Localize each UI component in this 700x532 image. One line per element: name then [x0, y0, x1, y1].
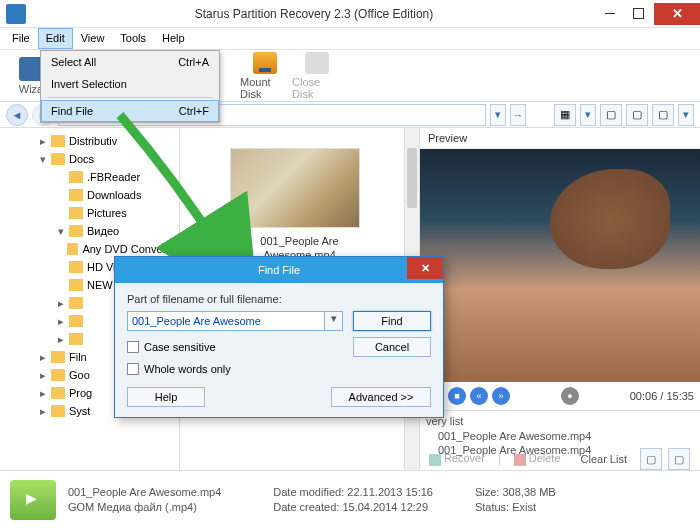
- expand-icon[interactable]: ▸: [40, 135, 51, 148]
- recover-button[interactable]: Recover: [422, 449, 492, 468]
- folder-icon: [51, 369, 65, 381]
- advanced-button[interactable]: Advanced >>: [331, 387, 431, 407]
- tree-node[interactable]: Downloads: [0, 186, 179, 204]
- recovery-list-title: very list: [426, 413, 694, 429]
- folder-icon: [67, 243, 78, 255]
- menu-tools[interactable]: Tools: [112, 28, 154, 49]
- tree-label: Syst: [69, 405, 90, 417]
- view-toggle-1[interactable]: ▢: [600, 104, 622, 126]
- options-dropdown[interactable]: ▾: [678, 104, 694, 126]
- expand-icon[interactable]: ▸: [58, 333, 69, 346]
- menu-edit[interactable]: Edit: [38, 28, 73, 49]
- address-dropdown[interactable]: ▾: [490, 104, 506, 126]
- mount-disk-button[interactable]: Mount Disk: [240, 52, 290, 100]
- cancel-button[interactable]: Cancel: [353, 337, 431, 357]
- tree-node[interactable]: .FBReader: [0, 168, 179, 186]
- expand-icon[interactable]: ▸: [58, 297, 69, 310]
- maximize-button[interactable]: [624, 3, 652, 25]
- folder-icon: [69, 207, 83, 219]
- find-button[interactable]: Find: [353, 311, 431, 331]
- delete-button[interactable]: Delete: [507, 449, 568, 468]
- view-dropdown[interactable]: ▾: [580, 104, 596, 126]
- help-button[interactable]: Help: [127, 387, 205, 407]
- tree-node[interactable]: Pictures: [0, 204, 179, 222]
- view-toggle-3[interactable]: ▢: [652, 104, 674, 126]
- action-extra-2[interactable]: ▢: [668, 448, 690, 470]
- preview-title: Preview: [420, 128, 700, 149]
- filename-dropdown[interactable]: ▾: [325, 311, 343, 331]
- find-file-dialog: Find File ✕ Part of filename or full fil…: [114, 256, 444, 418]
- folder-icon: [51, 387, 65, 399]
- thumbnail-image: [230, 148, 360, 228]
- tree-node[interactable]: ▸Distributiv: [0, 132, 179, 150]
- menu-file[interactable]: File: [4, 28, 38, 49]
- tree-label: Pictures: [87, 207, 127, 219]
- expand-icon[interactable]: ▸: [40, 387, 51, 400]
- stop-button[interactable]: ■: [448, 387, 466, 405]
- view-toggle-2[interactable]: ▢: [626, 104, 648, 126]
- info-filetype: GOM Медиа файл (.mp4): [68, 501, 221, 513]
- window-close-button[interactable]: ✕: [654, 3, 700, 25]
- delete-icon: [514, 454, 526, 466]
- expand-icon[interactable]: ▸: [40, 405, 51, 418]
- file-thumbnail[interactable]: 001_People AreAwesome.mp4: [230, 148, 370, 263]
- recovery-item[interactable]: 001_People Are Awesome.mp4: [426, 429, 694, 443]
- expand-icon[interactable]: ▾: [40, 153, 51, 166]
- filename-input[interactable]: [127, 311, 325, 331]
- nav-back-button[interactable]: ◄: [6, 104, 28, 126]
- whole-words-checkbox[interactable]: Whole words only: [127, 363, 343, 375]
- case-sensitive-checkbox[interactable]: Case sensitive: [127, 337, 343, 357]
- info-filename: 001_People Are Awesome.mp4: [68, 486, 221, 498]
- dialog-title: Find File ✕: [115, 257, 443, 283]
- folder-icon: [51, 351, 65, 363]
- media-time: 00:06 / 15:35: [630, 390, 694, 402]
- close-disk-button[interactable]: Close Disk: [292, 52, 342, 100]
- go-button[interactable]: →: [510, 104, 526, 126]
- menu-select-all[interactable]: Select All Ctrl+A: [41, 51, 219, 73]
- folder-icon: [51, 153, 65, 165]
- tree-label: Distributiv: [69, 135, 117, 147]
- tree-label: Видео: [87, 225, 119, 237]
- menu-find-file[interactable]: Find File Ctrl+F: [41, 100, 219, 122]
- info-bar: 001_People Are Awesome.mp4 GOM Медиа фай…: [0, 470, 700, 528]
- preview-pane: Preview ▶ ■ « » ● 00:06 / 15:35 very lis…: [420, 128, 700, 470]
- media-controls: ▶ ■ « » ● 00:06 / 15:35: [420, 382, 700, 410]
- dialog-close-button[interactable]: ✕: [407, 257, 443, 279]
- clear-list-button[interactable]: Clear List: [574, 450, 634, 468]
- info-created: 15.04.2014 12:29: [342, 501, 428, 513]
- view-thumbnails-button[interactable]: ▦: [554, 104, 576, 126]
- expand-icon[interactable]: ▾: [58, 225, 69, 238]
- next-button[interactable]: »: [492, 387, 510, 405]
- menu-view[interactable]: View: [73, 28, 113, 49]
- info-size: 308,38 MB: [502, 486, 555, 498]
- expand-icon[interactable]: ▸: [40, 351, 51, 364]
- folder-icon: [69, 333, 83, 345]
- folder-icon: [69, 171, 83, 183]
- edit-dropdown: Select All Ctrl+A Invert Selection Find …: [40, 50, 220, 123]
- minimize-button[interactable]: [596, 3, 624, 25]
- tree-label: Filn: [69, 351, 87, 363]
- folder-icon: [69, 279, 83, 291]
- checkbox-icon: [127, 341, 139, 353]
- tree-node[interactable]: ▾Docs: [0, 150, 179, 168]
- tree-node[interactable]: ▾Видео: [0, 222, 179, 240]
- recover-icon: [429, 454, 441, 466]
- app-icon: [6, 4, 26, 24]
- prev-button[interactable]: «: [470, 387, 488, 405]
- menu-separator: [47, 97, 213, 98]
- mount-disk-icon: [253, 52, 277, 74]
- tree-label: Prog: [69, 387, 92, 399]
- preview-image: [420, 149, 700, 382]
- info-status: Exist: [512, 501, 536, 513]
- volume-button[interactable]: ●: [561, 387, 579, 405]
- menu-help[interactable]: Help: [154, 28, 193, 49]
- file-type-icon: [10, 480, 56, 520]
- tree-label: Docs: [69, 153, 94, 165]
- expand-icon[interactable]: ▸: [58, 315, 69, 328]
- folder-icon: [69, 189, 83, 201]
- menu-invert-selection[interactable]: Invert Selection: [41, 73, 219, 95]
- tree-label: Any DVD Converter: [82, 243, 179, 255]
- folder-icon: [69, 315, 83, 327]
- expand-icon[interactable]: ▸: [40, 369, 51, 382]
- action-extra-1[interactable]: ▢: [640, 448, 662, 470]
